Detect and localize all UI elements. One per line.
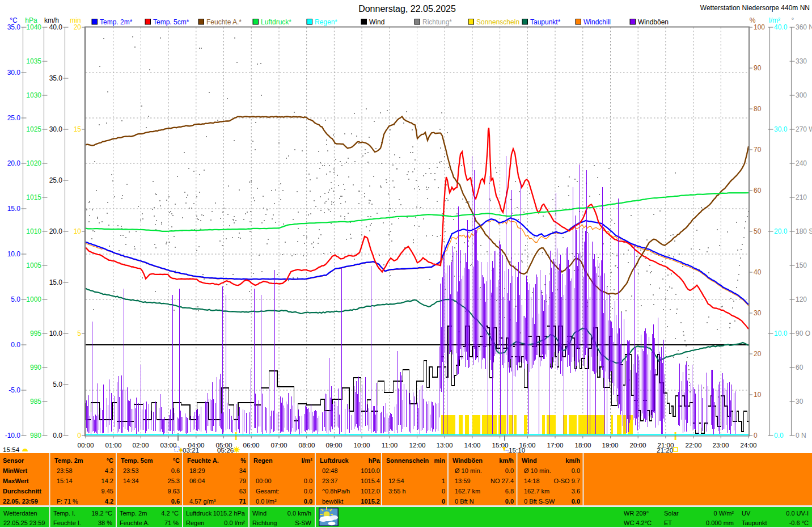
svg-text:Temp. I.: Temp. I. <box>53 510 75 517</box>
svg-text:4.2: 4.2 <box>105 467 113 474</box>
svg-text:25.0: 25.0 <box>49 176 63 184</box>
svg-text:23:53: 23:53 <box>123 467 139 474</box>
svg-text:0.0: 0.0 <box>774 432 784 440</box>
svg-text:hPa: hPa <box>369 457 380 464</box>
svg-text:Regen*: Regen* <box>315 18 337 26</box>
svg-text:63: 63 <box>239 488 246 495</box>
svg-text:5.0: 5.0 <box>53 381 62 388</box>
svg-text:%: % <box>240 457 246 464</box>
svg-text:03:21: 03:21 <box>183 446 199 454</box>
svg-text:120: 120 <box>796 295 807 303</box>
svg-text:38 %: 38 % <box>98 519 112 526</box>
svg-text:0.0 UV-I: 0.0 UV-I <box>786 510 809 517</box>
svg-text:Wetterstation Niedersorpe 440m: Wetterstation Niedersorpe 440m NN <box>700 4 810 12</box>
svg-text:30.0: 30.0 <box>49 125 63 133</box>
svg-text:Regen: Regen <box>253 457 273 464</box>
svg-text:°C: °C <box>173 457 180 464</box>
svg-text:25.3: 25.3 <box>168 478 180 484</box>
svg-text:14:18: 14:18 <box>524 478 540 484</box>
svg-text:4.2 °C: 4.2 °C <box>161 510 179 517</box>
svg-text:Feuchte A.: Feuchte A. <box>187 457 219 464</box>
svg-text:^0.8hPa/h: ^0.8hPa/h <box>322 488 350 495</box>
svg-text:1: 1 <box>442 478 445 484</box>
svg-text:990: 990 <box>30 364 41 371</box>
svg-text:0.6: 0.6 <box>171 467 180 474</box>
svg-text:71 %: 71 % <box>164 519 179 526</box>
svg-text:08:00: 08:00 <box>298 441 315 449</box>
svg-text:10:00: 10:00 <box>353 441 370 449</box>
svg-text:1015: 1015 <box>26 193 41 201</box>
svg-text:Feuchte A.: Feuchte A. <box>120 519 150 526</box>
svg-text:1025: 1025 <box>26 125 41 133</box>
svg-text:270 W: 270 W <box>796 125 812 133</box>
svg-text:9.45: 9.45 <box>102 488 113 495</box>
svg-text:14:34: 14:34 <box>123 478 139 484</box>
svg-text:l/m²: l/m² <box>301 457 312 464</box>
svg-text:35.0: 35.0 <box>7 23 21 31</box>
svg-text:00:00: 00:00 <box>77 441 94 449</box>
svg-text:Luftdruck: Luftdruck <box>186 510 212 517</box>
svg-text:MaxWert: MaxWert <box>3 478 29 484</box>
svg-text:240: 240 <box>796 159 807 167</box>
svg-text:40: 40 <box>754 268 762 276</box>
svg-text:0.0: 0.0 <box>304 488 312 495</box>
svg-text:17:00: 17:00 <box>547 441 564 449</box>
svg-text:14.2: 14.2 <box>102 478 113 484</box>
svg-text:0.0 l/m²: 0.0 l/m² <box>256 498 277 505</box>
svg-text:0.0: 0.0 <box>505 498 514 505</box>
svg-text:20.0: 20.0 <box>49 227 63 235</box>
svg-text:Windböen: Windböen <box>638 18 669 26</box>
svg-text:0.0: 0.0 <box>572 467 580 474</box>
svg-text:180 S: 180 S <box>796 227 812 235</box>
svg-text:Temp. 5cm: Temp. 5cm <box>121 457 153 464</box>
svg-text:0 N: 0 N <box>796 432 806 440</box>
svg-text:-0.6 °C: -0.6 °C <box>789 519 809 526</box>
svg-text:985: 985 <box>30 398 41 405</box>
svg-text:WC 4.2°C: WC 4.2°C <box>624 519 652 526</box>
svg-text:22:00: 22:00 <box>685 441 702 449</box>
svg-text:Richtung: Richtung <box>252 519 277 526</box>
svg-text:30.0: 30.0 <box>7 69 21 77</box>
svg-text:3.6: 3.6 <box>572 488 580 495</box>
svg-text:20:00: 20:00 <box>629 441 646 449</box>
svg-text:995: 995 <box>30 330 41 337</box>
svg-text:210: 210 <box>796 193 807 201</box>
svg-text:20.0: 20.0 <box>774 227 788 235</box>
svg-text:22.05.25 23:59: 22.05.25 23:59 <box>3 519 45 526</box>
svg-text:0: 0 <box>442 498 445 505</box>
svg-text:02:48: 02:48 <box>322 467 338 474</box>
svg-text:3:55 h: 3:55 h <box>388 488 406 495</box>
svg-text:0.6: 0.6 <box>171 498 180 505</box>
svg-text:70: 70 <box>754 146 762 154</box>
svg-text:980: 980 <box>30 432 41 440</box>
svg-text:Wind: Wind <box>252 510 267 517</box>
svg-text:Feuchte I.: Feuchte I. <box>53 519 81 526</box>
svg-text:1015.2 hPa: 1015.2 hPa <box>213 510 246 517</box>
svg-text:01:00: 01:00 <box>105 441 122 449</box>
svg-text:60: 60 <box>796 364 803 371</box>
svg-text:30: 30 <box>796 398 803 405</box>
svg-text:Sonnenschein: Sonnenschein <box>476 18 519 26</box>
svg-text:10.0: 10.0 <box>7 250 21 258</box>
svg-text:162.7 km: 162.7 km <box>524 488 549 495</box>
svg-text:40.0: 40.0 <box>774 23 788 31</box>
svg-text:1030: 1030 <box>26 91 41 99</box>
svg-text:1040: 1040 <box>26 23 41 31</box>
svg-text:90 O: 90 O <box>796 330 810 337</box>
svg-text:Donnerstag, 22.05.2025: Donnerstag, 22.05.2025 <box>358 4 456 14</box>
svg-text:min: min <box>434 457 445 464</box>
svg-text:WR 209°: WR 209° <box>624 510 649 517</box>
svg-text:4.57 g/m³: 4.57 g/m³ <box>189 498 216 505</box>
svg-text:10.0: 10.0 <box>774 330 788 337</box>
svg-text:00:00: 00:00 <box>256 478 272 484</box>
svg-text:02:00: 02:00 <box>132 441 149 449</box>
svg-text:07:00: 07:00 <box>270 441 287 449</box>
svg-text:Temp. 2m*: Temp. 2m* <box>100 18 133 26</box>
svg-text:S-SW: S-SW <box>295 519 311 526</box>
svg-text:F: 71 %: F: 71 % <box>57 498 78 505</box>
svg-text:0: 0 <box>754 432 758 440</box>
svg-text:300: 300 <box>796 91 807 99</box>
svg-text:Ø 10 min.: Ø 10 min. <box>524 467 551 474</box>
svg-text:0 W/m²: 0 W/m² <box>714 510 734 517</box>
svg-text:Luftdruck*: Luftdruck* <box>261 18 291 26</box>
